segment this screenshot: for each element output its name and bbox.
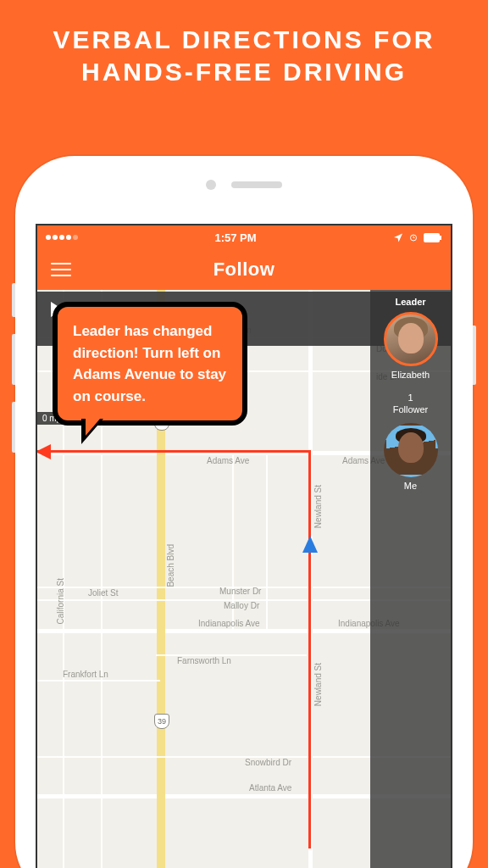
speech-tail-icon [81, 419, 103, 444]
phone-speaker [231, 181, 282, 188]
street-label: Munster Dr [219, 587, 261, 596]
phone-volume-up [12, 334, 15, 385]
battery-icon [424, 233, 442, 242]
phone-power-button [473, 326, 476, 385]
street-label: Snowbird Dr [245, 758, 291, 767]
phone-volume-down [12, 402, 15, 453]
menu-button[interactable] [51, 263, 71, 276]
leader-name: Elizabeth [391, 370, 430, 380]
voice-direction-bubble: Leader has changed direction! Turn left … [53, 302, 247, 426]
highway-shield-icon: 39 [154, 714, 169, 729]
phone-frame: 1:57 PM Follow th on Newland Street ealr… [15, 156, 473, 868]
street-label: Newland St [313, 485, 323, 528]
phone-mute-switch [12, 283, 15, 317]
route-direction-arrow-icon [36, 444, 51, 459]
svg-rect-2 [440, 236, 441, 240]
street-label: Malloy Dr [224, 601, 259, 610]
nav-header: Follow [37, 249, 451, 290]
street-label: Farnsworth Ln [177, 656, 231, 665]
street-label: Indianapolis Ave [198, 619, 260, 628]
street-label: Atlanta Ave [249, 783, 291, 793]
street-label: Beach Blvd [166, 544, 175, 587]
phone-sensors [206, 180, 282, 190]
svg-rect-1 [424, 233, 440, 242]
road-thin [266, 451, 268, 629]
leader-avatar[interactable] [384, 312, 438, 366]
route-segment [37, 450, 311, 453]
street-label: Joliet St [88, 588, 119, 598]
follower-avatar[interactable] [384, 423, 438, 477]
status-bar: 1:57 PM [37, 225, 451, 249]
road-thin [37, 680, 160, 682]
signal-strength-icon [46, 235, 78, 240]
app-title: Follow [214, 259, 275, 281]
promo-title: VERBAL DIRECTIONS FOR HANDS-FREE DRIVING [0, 0, 488, 104]
voice-direction-text: Leader has changed direction! Turn left … [73, 323, 226, 404]
street-label: California St [56, 578, 65, 624]
phone-camera [206, 180, 216, 190]
street-label: Frankfort Ln [63, 670, 108, 679]
screen: 1:57 PM Follow th on Newland Street ealr… [36, 224, 452, 868]
location-icon [393, 232, 403, 242]
route-segment [308, 450, 311, 849]
participants-sidebar: Leader Elizabeth 1 Follower Me [370, 290, 451, 868]
follower-name: Me [404, 481, 417, 491]
street-label: Newland St [313, 663, 323, 706]
user-heading-icon [302, 536, 318, 553]
leader-label: Leader [395, 297, 425, 307]
follower-count: 1 Follower [393, 392, 429, 416]
status-time: 1:57 PM [214, 231, 256, 244]
alarm-icon [408, 232, 419, 242]
street-label: Adams Ave [207, 456, 249, 465]
